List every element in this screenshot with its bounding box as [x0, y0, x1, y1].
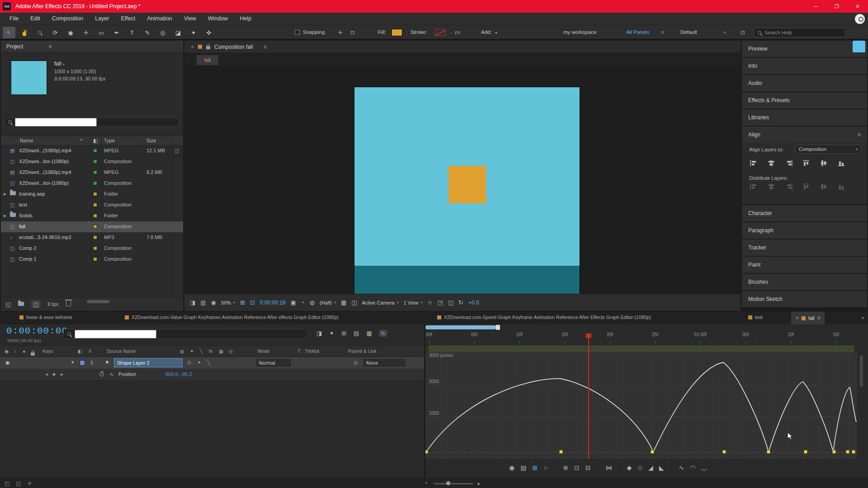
position-property-row[interactable]: ◀ ◆ ▶ ∿ Position 500.0, -95.2: [0, 369, 424, 380]
minimize-button[interactable]: ─: [806, 0, 826, 13]
draft-3d-icon[interactable]: ✦: [329, 330, 334, 337]
panel-header-audio[interactable]: Audio: [742, 75, 867, 91]
magnification-dropdown[interactable]: 50%▾: [221, 300, 235, 305]
vertical-scrollbar[interactable]: [860, 355, 863, 387]
align-target-dropdown[interactable]: Composition▾: [795, 145, 861, 154]
snapping-checkbox[interactable]: [295, 30, 300, 35]
shy-layers-icon[interactable]: ⊞: [341, 330, 346, 337]
panel-header-paint[interactable]: Paint: [742, 257, 867, 273]
graph-editor[interactable]: 20001000 3000 px/sec: [425, 352, 857, 459]
label-color-swatch[interactable]: [93, 170, 97, 174]
workspace-menu-icon[interactable]: ≡: [661, 29, 664, 35]
close-tab-icon[interactable]: ×: [191, 44, 194, 50]
clone-stamp-tool-icon[interactable]: ◎: [156, 27, 169, 38]
hand-tool-icon[interactable]: ✌: [18, 27, 31, 38]
project-item-row[interactable]: ▶ training.aep Folder: [1, 189, 183, 200]
project-item-row[interactable]: ◫ fall Composition: [1, 221, 183, 232]
property-value[interactable]: 500.0, -95.2: [165, 371, 192, 377]
composition-panel-tab[interactable]: × Composition fall ≡: [184, 41, 741, 53]
expand-inout-columns-icon[interactable]: ✛: [28, 480, 32, 487]
new-composition-icon[interactable]: ◫: [31, 300, 40, 308]
layer-quality-icon[interactable]: ╲: [207, 360, 210, 366]
layer-visibility-icon[interactable]: ◉: [5, 360, 10, 366]
project-item-row[interactable]: ▤ X2Downl...(1080p).mp4 MPEG 12.1 MB ◫: [1, 145, 183, 156]
twirl-icon[interactable]: ▶: [4, 192, 6, 196]
keyframe-toggle-icon[interactable]: ◆: [52, 372, 56, 376]
panel-header-tracker[interactable]: Tracker: [742, 239, 867, 256]
project-bit-depth[interactable]: 8 bpc: [48, 302, 59, 307]
help-search-input[interactable]: [764, 30, 842, 35]
show-snapshot-icon[interactable]: ◔: [301, 299, 305, 306]
parent-dropdown[interactable]: None▾: [363, 358, 406, 367]
fit-all-icon[interactable]: ⊟: [585, 464, 591, 471]
guides-icon[interactable]: ◳: [437, 299, 443, 306]
expand-transfer-controls-icon[interactable]: ◱: [16, 480, 21, 487]
menu-composition[interactable]: Composition: [46, 13, 89, 25]
playhead-line[interactable]: [588, 338, 589, 459]
workspace-bar-icon[interactable]: ⊡: [741, 29, 745, 36]
label-color-swatch[interactable]: [93, 149, 97, 153]
separate-dimensions-icon[interactable]: ⋈: [605, 464, 612, 471]
time-navigator-handle[interactable]: [495, 325, 500, 330]
keyframe[interactable]: [425, 450, 428, 454]
puppet-pin-tool-icon[interactable]: ✜: [203, 27, 215, 38]
panel-header-brushes[interactable]: Brushes: [742, 274, 867, 290]
lock-icon[interactable]: [206, 46, 210, 49]
fit-selection-icon[interactable]: ⊡: [574, 464, 580, 471]
workspace-default[interactable]: Default: [680, 29, 697, 35]
zoom-out-icon[interactable]: ▴: [425, 480, 427, 484]
show-properties-icon[interactable]: ◉: [509, 464, 514, 471]
keyframe[interactable]: [832, 450, 836, 454]
shape-tool-icon[interactable]: ▭: [95, 27, 108, 38]
graph-type-icon[interactable]: ▤: [520, 464, 526, 471]
pixel-aspect-icon[interactable]: ⊹: [428, 299, 433, 306]
view-layout-dropdown[interactable]: 1 View▾: [404, 300, 423, 305]
close-tab-icon[interactable]: ×: [796, 315, 799, 321]
panel-header-effects-presets[interactable]: Effects & Presets: [742, 92, 867, 108]
property-name[interactable]: Position: [118, 371, 136, 377]
next-keyframe-icon[interactable]: ▶: [61, 372, 63, 376]
composition-canvas[interactable]: [354, 87, 580, 294]
align-l-button[interactable]: [748, 159, 758, 167]
distribute-cy-button[interactable]: [819, 183, 829, 191]
column-name[interactable]: Name: [20, 138, 33, 143]
horizontal-scrollbar[interactable]: [87, 300, 109, 303]
pen-tool-icon[interactable]: ✒: [110, 27, 123, 38]
zoom-track[interactable]: [434, 483, 473, 484]
panel-header-character[interactable]: Character: [742, 205, 867, 221]
show-transform-box-icon[interactable]: ⊞: [532, 464, 538, 471]
panel-menu-icon[interactable]: ≡: [817, 315, 820, 321]
camera-tool-icon[interactable]: ◉: [64, 27, 77, 38]
eraser-tool-icon[interactable]: ◪: [172, 27, 184, 38]
panel-menu-icon[interactable]: ≡: [48, 43, 52, 50]
panel-header-align[interactable]: Align ≡: [742, 127, 867, 143]
interpret-footage-icon[interactable]: ◱: [5, 301, 11, 308]
snap-options-icon[interactable]: ⊡: [350, 29, 355, 36]
menu-help[interactable]: Help: [234, 13, 257, 25]
project-item-row[interactable]: ◫ X2Downl...itor-(1080p) Composition: [1, 178, 183, 189]
source-name-column[interactable]: Source Name: [107, 348, 136, 354]
distribute-cx-button[interactable]: [766, 183, 776, 191]
easy-ease-icon[interactable]: ∿: [679, 464, 684, 471]
linear-keyframe-icon[interactable]: ◢: [648, 464, 653, 471]
twirl-icon[interactable]: ▶: [4, 214, 6, 218]
distribute-b-button[interactable]: [836, 183, 846, 191]
rotation-tool-icon[interactable]: ⟳: [49, 27, 61, 38]
grid-guides-icon[interactable]: ⊞: [240, 299, 245, 306]
stroke-width-value[interactable]: -: [450, 29, 452, 35]
distribute-t-button[interactable]: [801, 183, 811, 191]
label-color-swatch[interactable]: [93, 257, 97, 261]
label-color-swatch[interactable]: [93, 246, 97, 250]
comp-current-time[interactable]: 0:00:00:19: [260, 300, 286, 306]
selected-item-name[interactable]: fall ▾: [54, 61, 65, 67]
timeline-zoom-slider[interactable]: ▴ ▲: [425, 479, 484, 488]
align-cx-button[interactable]: [766, 159, 776, 167]
zoom-in-icon[interactable]: ▲: [476, 480, 481, 486]
label-color-swatch[interactable]: [93, 192, 97, 196]
fill-color-swatch[interactable]: [392, 29, 402, 36]
layer-name-field[interactable]: Shape Layer 2: [114, 358, 183, 367]
motion-blur-icon[interactable]: ▦: [366, 330, 372, 337]
brush-tool-icon[interactable]: ✎: [141, 27, 154, 38]
keyframe[interactable]: [559, 450, 563, 454]
menu-view[interactable]: View: [178, 13, 202, 25]
